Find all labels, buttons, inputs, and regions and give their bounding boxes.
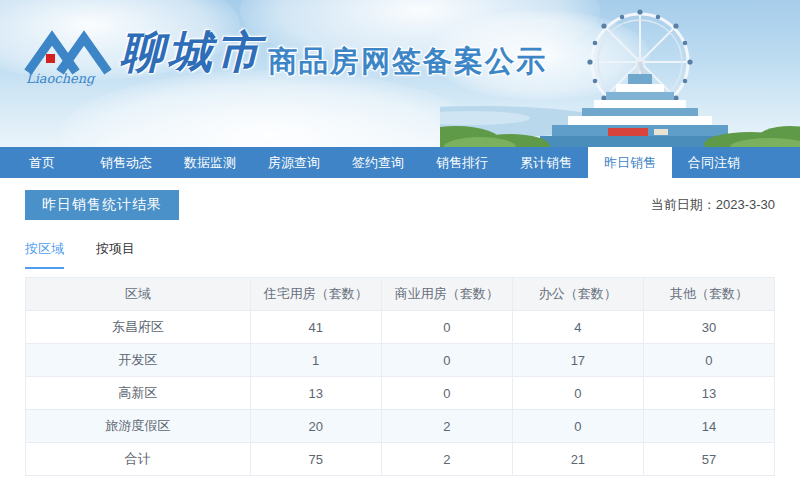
cell-other: 57 [643,443,774,476]
site-banner: Liaocheng 聊城市 商品房网签备案公示 [0,0,800,147]
cell-region: 高新区 [26,377,251,410]
column-header: 住宅用房（套数） [250,278,381,311]
liaocheng-logo-icon: Liaocheng [22,24,114,86]
svg-text:Liaocheng: Liaocheng [26,71,96,86]
cell-residential: 41 [250,311,381,344]
current-date-label: 当前日期：2023-3-30 [651,196,775,214]
cell-commercial: 0 [381,344,512,377]
main-content: 昨日销售统计结果 当前日期：2023-3-30 按区域按项目 区域住宅用房（套数… [0,178,800,476]
cell-office: 21 [512,443,643,476]
nav-item-link[interactable]: 销售动态 [84,147,168,178]
table-row: 东昌府区410430 [26,311,775,344]
cell-commercial: 2 [381,443,512,476]
view-tabs: 按区域按项目 [25,240,775,269]
cell-commercial: 0 [381,311,512,344]
cell-office: 17 [512,344,643,377]
nav-item-link[interactable]: 累计销售 [504,147,588,178]
cell-other: 13 [643,377,774,410]
tab-active[interactable]: 按区域 [25,240,64,269]
cell-residential: 75 [250,443,381,476]
cell-other: 0 [643,344,774,377]
site-title: 商品房网签备案公示 [268,42,547,82]
cell-region: 开发区 [26,344,251,377]
site-name-calligraphy: 聊城市 [120,28,264,76]
cell-residential: 20 [250,410,381,443]
nav-item-link[interactable]: 销售排行 [420,147,504,178]
table-row: 合计7522157 [26,443,775,476]
column-header: 其他（套数） [643,278,774,311]
column-header: 区域 [26,278,251,311]
cell-residential: 13 [250,377,381,410]
cell-region: 合计 [26,443,251,476]
cell-office: 0 [512,410,643,443]
tab[interactable]: 按项目 [96,240,135,269]
cell-region: 旅游度假区 [26,410,251,443]
cell-region: 东昌府区 [26,311,251,344]
sales-stats-table: 区域住宅用房（套数）商业用房（套数）办公（套数）其他（套数） 东昌府区41043… [25,277,775,476]
nav-item-active[interactable]: 昨日销售 [588,147,672,178]
nav-item-link[interactable]: 合同注销 [672,147,756,178]
nav-item-link[interactable]: 签约查询 [336,147,420,178]
column-header: 办公（套数） [512,278,643,311]
nav-item-link[interactable]: 房源查询 [252,147,336,178]
cell-other: 14 [643,410,774,443]
cell-office: 4 [512,311,643,344]
section-title: 昨日销售统计结果 [25,190,179,220]
table-row: 开发区10170 [26,344,775,377]
cell-commercial: 0 [381,377,512,410]
table-header-row: 区域住宅用房（套数）商业用房（套数）办公（套数）其他（套数） [26,278,775,311]
table-row: 高新区130013 [26,377,775,410]
column-header: 商业用房（套数） [381,278,512,311]
cell-other: 30 [643,311,774,344]
table-row: 旅游度假区202014 [26,410,775,443]
cell-office: 0 [512,377,643,410]
nav-item-link[interactable]: 数据监测 [168,147,252,178]
nav-item-link[interactable]: 首页 [0,147,84,178]
cell-commercial: 2 [381,410,512,443]
main-nav: 首页销售动态数据监测房源查询签约查询销售排行累计销售昨日销售合同注销 [0,147,800,178]
cell-residential: 1 [250,344,381,377]
